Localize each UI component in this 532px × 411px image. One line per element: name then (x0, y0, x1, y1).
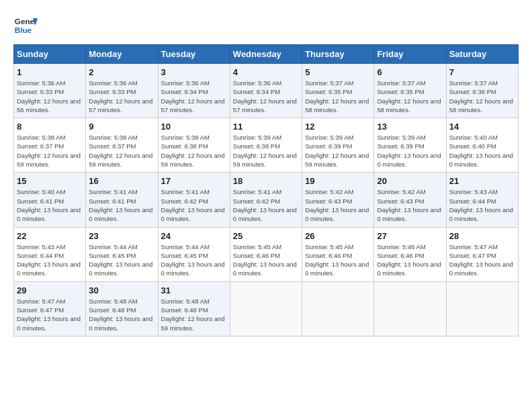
day-cell-5: 5Sunrise: 5:37 AM Sunset: 6:35 PM Daylig… (302, 64, 374, 118)
day-cell-30: 30Sunrise: 5:48 AM Sunset: 6:48 PM Dayli… (86, 281, 158, 336)
col-header-saturday: Saturday (446, 45, 518, 64)
day-cell-1: 1Sunrise: 5:36 AM Sunset: 6:33 PM Daylig… (14, 64, 86, 118)
week-row-1: 1Sunrise: 5:36 AM Sunset: 6:33 PM Daylig… (14, 64, 519, 118)
day-cell-3: 3Sunrise: 5:36 AM Sunset: 6:34 PM Daylig… (158, 64, 230, 118)
day-cell-14: 14Sunrise: 5:40 AM Sunset: 6:40 PM Dayli… (446, 118, 518, 173)
day-cell-29: 29Sunrise: 5:47 AM Sunset: 6:47 PM Dayli… (14, 281, 86, 336)
week-row-4: 22Sunrise: 5:43 AM Sunset: 6:44 PM Dayli… (14, 227, 519, 281)
calendar-table: SundayMondayTuesdayWednesdayThursdayFrid… (13, 44, 519, 336)
page-header: General Blue (13, 13, 519, 38)
day-cell-15: 15Sunrise: 5:40 AM Sunset: 6:41 PM Dayli… (14, 173, 86, 227)
week-row-2: 8Sunrise: 5:38 AM Sunset: 6:37 PM Daylig… (14, 118, 519, 173)
col-header-sunday: Sunday (14, 45, 86, 64)
day-cell-17: 17Sunrise: 5:41 AM Sunset: 6:42 PM Dayli… (158, 173, 230, 227)
day-cell-24: 24Sunrise: 5:44 AM Sunset: 6:45 PM Dayli… (158, 227, 230, 281)
day-cell-27: 27Sunrise: 5:46 AM Sunset: 6:46 PM Dayli… (374, 227, 446, 281)
col-header-wednesday: Wednesday (230, 45, 302, 64)
day-cell-20: 20Sunrise: 5:42 AM Sunset: 6:43 PM Dayli… (374, 173, 446, 227)
day-cell-23: 23Sunrise: 5:44 AM Sunset: 6:45 PM Dayli… (86, 227, 158, 281)
day-cell-4: 4Sunrise: 5:36 AM Sunset: 6:34 PM Daylig… (230, 64, 302, 118)
day-cell-empty-4-4 (302, 281, 374, 336)
day-cell-22: 22Sunrise: 5:43 AM Sunset: 6:44 PM Dayli… (14, 227, 86, 281)
week-row-5: 29Sunrise: 5:47 AM Sunset: 6:47 PM Dayli… (14, 281, 519, 336)
day-cell-empty-4-6 (446, 281, 518, 336)
day-cell-18: 18Sunrise: 5:41 AM Sunset: 6:42 PM Dayli… (230, 173, 302, 227)
day-cell-25: 25Sunrise: 5:45 AM Sunset: 6:46 PM Dayli… (230, 227, 302, 281)
day-cell-26: 26Sunrise: 5:45 AM Sunset: 6:46 PM Dayli… (302, 227, 374, 281)
logo: General Blue (13, 13, 38, 38)
day-cell-19: 19Sunrise: 5:42 AM Sunset: 6:43 PM Dayli… (302, 173, 374, 227)
logo-icon: General Blue (13, 13, 38, 38)
day-cell-2: 2Sunrise: 5:36 AM Sunset: 6:33 PM Daylig… (86, 64, 158, 118)
week-row-3: 15Sunrise: 5:40 AM Sunset: 6:41 PM Dayli… (14, 173, 519, 227)
header-row: SundayMondayTuesdayWednesdayThursdayFrid… (14, 45, 519, 64)
day-cell-11: 11Sunrise: 5:39 AM Sunset: 6:38 PM Dayli… (230, 118, 302, 173)
day-cell-21: 21Sunrise: 5:43 AM Sunset: 6:44 PM Dayli… (446, 173, 518, 227)
day-cell-6: 6Sunrise: 5:37 AM Sunset: 6:35 PM Daylig… (374, 64, 446, 118)
col-header-tuesday: Tuesday (158, 45, 230, 64)
day-cell-28: 28Sunrise: 5:47 AM Sunset: 6:47 PM Dayli… (446, 227, 518, 281)
day-cell-10: 10Sunrise: 5:38 AM Sunset: 6:38 PM Dayli… (158, 118, 230, 173)
day-cell-9: 9Sunrise: 5:38 AM Sunset: 6:37 PM Daylig… (86, 118, 158, 173)
day-cell-31: 31Sunrise: 5:48 AM Sunset: 6:48 PM Dayli… (158, 281, 230, 336)
day-cell-12: 12Sunrise: 5:39 AM Sunset: 6:39 PM Dayli… (302, 118, 374, 173)
svg-text:Blue: Blue (15, 26, 32, 34)
day-cell-7: 7Sunrise: 5:37 AM Sunset: 6:36 PM Daylig… (446, 64, 518, 118)
day-cell-8: 8Sunrise: 5:38 AM Sunset: 6:37 PM Daylig… (14, 118, 86, 173)
col-header-thursday: Thursday (302, 45, 374, 64)
col-header-monday: Monday (86, 45, 158, 64)
day-cell-16: 16Sunrise: 5:41 AM Sunset: 6:41 PM Dayli… (86, 173, 158, 227)
day-cell-empty-4-3 (230, 281, 302, 336)
day-cell-empty-4-5 (374, 281, 446, 336)
col-header-friday: Friday (374, 45, 446, 64)
day-cell-13: 13Sunrise: 5:39 AM Sunset: 6:39 PM Dayli… (374, 118, 446, 173)
